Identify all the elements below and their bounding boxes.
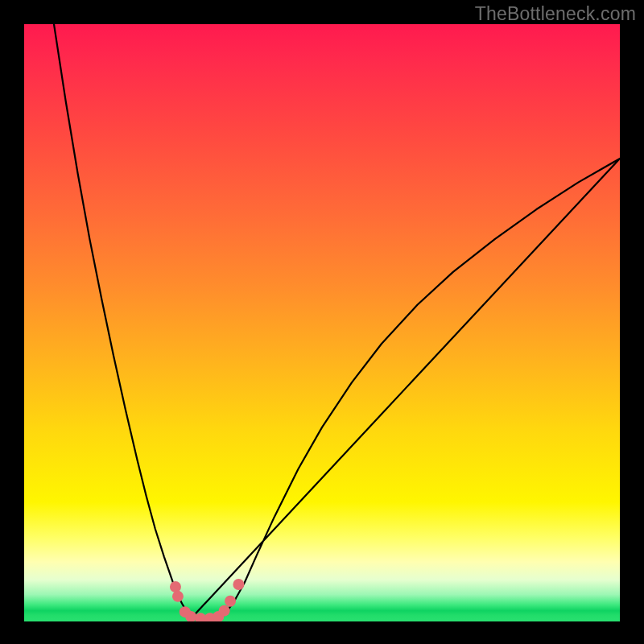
bottleneck-curves [54, 24, 620, 621]
bottleneck-curve-path [54, 24, 620, 621]
marker-dot [195, 613, 206, 621]
marker-dot [170, 581, 181, 592]
marker-dot [172, 591, 184, 602]
marker-dot [219, 605, 230, 617]
watermark-text: TheBottleneck.com [475, 3, 636, 25]
chart-frame: TheBottleneck.com [0, 0, 644, 644]
plot-area [24, 24, 620, 621]
marker-dot [233, 579, 244, 590]
marker-dot [225, 596, 236, 607]
curve-layer [24, 24, 620, 621]
